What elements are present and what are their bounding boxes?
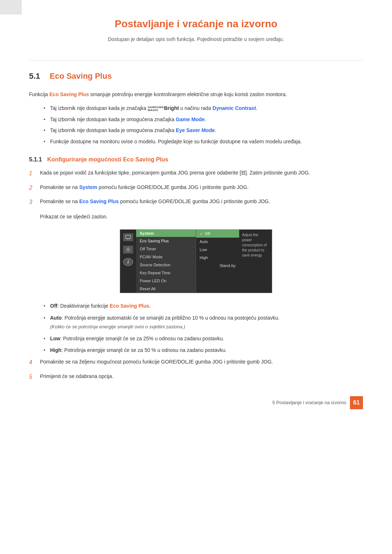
monitor-menu-header: System [136, 230, 196, 237]
monitor-info-icon: i [123, 258, 133, 266]
steps-list-4-5: 4 Pomaknite se na željenu mogućnost pomo… [29, 358, 363, 381]
footer-text: 5 Postavljanje i vraćanje na izvorno [272, 400, 346, 405]
menu-item-eco-saving: Eco Saving Plus [136, 237, 196, 245]
settings-svg [125, 247, 131, 253]
bright-label: Bright [164, 105, 179, 111]
section-number: 5.1 [29, 71, 40, 81]
step-3: 3 Pomaknite se na Eco Saving Plus pomoću… [29, 197, 363, 207]
footer-page-number: 61 [350, 396, 363, 409]
menu-item-source: Source Detection [136, 261, 196, 269]
auto-term: Auto [50, 315, 62, 321]
option-off: Off: Deaktiviranje funkcije Eco Saving P… [44, 302, 363, 310]
subsection-number: 5.1.1 [29, 156, 42, 163]
intro-bold: Eco Saving Plus [49, 91, 89, 97]
high-text: : Potrošnja energije smanjit će se za 50… [61, 347, 226, 353]
off-term: Off [50, 303, 57, 309]
menu-item-power-led: Power LED On [136, 277, 196, 285]
bullet-3-end: . [215, 127, 216, 133]
monitor-sidebar: i [120, 230, 136, 293]
system-label: System [79, 184, 97, 190]
option-high: High: Potrošnja energije smanjit će se z… [44, 346, 363, 354]
bullet-2-end: . [205, 116, 206, 122]
corner-mark [0, 0, 22, 15]
step-4-content: Pomaknite se na željenu mogućnost pomoću… [40, 358, 363, 366]
monitor-settings-icon [123, 246, 133, 254]
step-1: 1 Kada se pojavi vodič za funkcijske tip… [29, 169, 363, 178]
intro-text: Funkcija [29, 91, 49, 97]
info-i: i [127, 259, 129, 265]
svg-point-3 [127, 249, 129, 251]
monitor-description: Adjust the power consumption of the prod… [239, 230, 272, 293]
high-term: High [50, 347, 61, 353]
samsung-magic-logo: SAMSUNGMAGIC [148, 106, 164, 112]
page-wrapper: Postavljanje i vraćanje na izvorno Dostu… [0, 0, 392, 416]
bullet-4-text: Funkcije dostupne na monitoru ovise o mo… [50, 139, 302, 144]
eco-saving-plus-ref: Eco Saving Plus [110, 303, 149, 309]
step-4: 4 Pomaknite se na željenu mogućnost pomo… [29, 358, 363, 367]
off-colon: : Deaktiviranje funkcije [57, 303, 110, 309]
step-2: 2 Pomaknite se na System pomoću funkcije… [29, 183, 363, 193]
eco-saving-plus-label: Eco Saving Plus [79, 198, 119, 204]
screen-caption: Prikazat će se sljedeći zaslon. [40, 213, 363, 221]
step-1-number: 1 [29, 169, 40, 178]
monitor-menu: System Eco Saving Plus Off Timer PC/AV M… [136, 230, 196, 293]
monitor-ui: i System Eco Saving Plus Off Timer PC/AV… [120, 229, 272, 293]
monitor-screenshot: i System Eco Saving Plus Off Timer PC/AV… [29, 229, 363, 293]
step-5: 5 Primijenit će se odabrana opcija. [29, 372, 363, 382]
option-low: Low: Potrošnja energije smanjit će se za… [44, 335, 363, 342]
standby-label: Stand-by [220, 263, 236, 268]
bullet-4: Funkcije dostupne na monitoru ovise o mo… [44, 138, 363, 145]
step-1-content: Kada se pojavi vodič za funkcijske tipke… [40, 169, 363, 177]
bullet-1: Taj izbornik nije dostupan kada je znača… [44, 104, 363, 112]
section-intro: Funkcija Eco Saving Plus smanjuje potroš… [29, 90, 363, 98]
submenu-auto: Auto [196, 238, 239, 246]
bullet-1-mid: u načinu rada [179, 105, 213, 111]
step-5-content: Primijenit će se odabrana opcija. [40, 372, 363, 380]
menu-item-off-timer: Off Timer [136, 245, 196, 253]
step-3-content: Pomaknite se na Eco Saving Plus pomoću f… [40, 197, 363, 205]
intro-rest: smanjuje potrošnju energije kontroliranj… [89, 91, 287, 97]
tv-svg [125, 234, 131, 241]
intro-bullets: Taj izbornik nije dostupan kada je znača… [44, 104, 363, 145]
step-2-number: 2 [29, 183, 40, 193]
steps-list-1-3: 1 Kada se pojavi vodič za funkcijske tip… [29, 169, 363, 207]
section-title: Eco Saving Plus [50, 71, 112, 81]
subsection-5-1-1-heading: 5.1.1 Konfiguriranje mogućnosti Eco Savi… [29, 156, 363, 163]
auto-sub-note: (Koliko će se potrošnja energije smanjit… [50, 323, 363, 331]
submenu-low: Low [196, 246, 239, 254]
option-bullets: Off: Deaktiviranje funkcije Eco Saving P… [44, 302, 363, 354]
submenu-off: ✓ Off [196, 230, 239, 238]
monitor-tv-icon [123, 233, 133, 241]
section-divider [29, 60, 363, 61]
game-mode: Game Mode [176, 116, 204, 122]
svg-rect-0 [126, 235, 131, 239]
standby-row: Stand-by [196, 262, 239, 270]
page-title: Postavljanje i vraćanje na izvorno [29, 18, 363, 30]
off-period: . [149, 303, 151, 309]
auto-text: : Potrošnja energije automatski će se sm… [62, 315, 279, 321]
low-text: : Potrošnja energije smanjit će se za 25… [60, 336, 224, 341]
bullet-3: Taj izbornik nije dostupan kada je omogu… [44, 126, 363, 134]
bullet-3-start: Taj izbornik nije dostupan kada je omogu… [50, 127, 176, 133]
step-5-number: 5 [29, 372, 40, 382]
dynamic-contrast: Dynamic Contrast [213, 105, 256, 111]
checkmark-icon: ✓ [200, 232, 203, 236]
step-4-number: 4 [29, 358, 40, 367]
low-term: Low [50, 336, 60, 341]
submenu-high: High [196, 254, 239, 262]
step-3-number: 3 [29, 197, 40, 207]
bullet-1-start: Taj izbornik nije dostupan kada je znača… [50, 105, 148, 111]
bullet-2: Taj izbornik nije dostupan kada je omogu… [44, 115, 363, 123]
subsection-title: Konfiguriranje mogućnosti Eco Saving Plu… [47, 156, 168, 163]
section-5-1-heading: 5.1 Eco Saving Plus [29, 71, 363, 83]
menu-item-pcav: PC/AV Mode [136, 253, 196, 261]
eye-saver-mode: Eye Saver Mode [176, 127, 215, 133]
menu-item-key-repeat: Key Repeat Time [136, 269, 196, 277]
monitor-submenu: ✓ Off Auto Low High Stand-by [196, 230, 239, 293]
page-footer: 5 Postavljanje i vraćanje na izvorno 61 [272, 396, 363, 409]
off-label: Off [205, 231, 210, 236]
option-auto: Auto: Potrošnja energije automatski će s… [44, 314, 363, 331]
bullet-1-end: . [256, 105, 257, 111]
bullet-2-start: Taj izbornik nije dostupan kada je omogu… [50, 116, 176, 122]
menu-item-reset: Reset All [136, 285, 196, 293]
